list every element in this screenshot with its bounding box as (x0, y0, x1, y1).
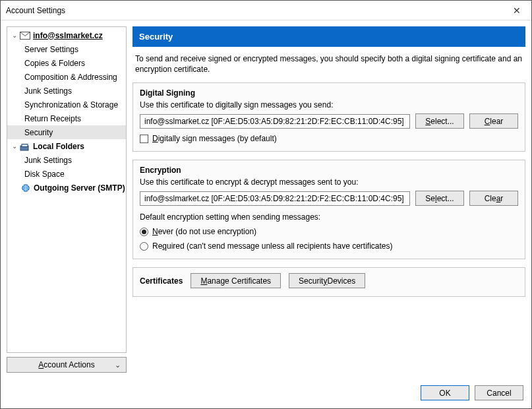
account-tree: ⌄ info@sslmarket.cz Server Settings Copi… (7, 26, 127, 353)
certificates-label: Certificates (140, 276, 183, 286)
radio-required[interactable] (140, 242, 148, 251)
signing-cert-field[interactable]: info@sslmarket.cz [0F:AE:D5:03:A5:D9:82:… (140, 114, 410, 129)
close-button[interactable]: ✕ (502, 1, 531, 20)
group-desc: Use this certificate to encrypt & decryp… (140, 177, 518, 187)
encryption-group: Encryption Use this certificate to encry… (133, 160, 525, 259)
tree-account-root[interactable]: ⌄ info@sslmarket.cz (7, 28, 126, 42)
encryption-select-button[interactable]: Select... (415, 191, 464, 206)
group-title: Digital Signing (140, 88, 518, 98)
radio-never[interactable] (140, 228, 148, 236)
tree-item-sync-storage[interactable]: Synchronization & Storage (7, 98, 126, 111)
tree-item-server-settings[interactable]: Server Settings (7, 42, 126, 56)
digital-signing-group: Digital Signing Use this certificate to … (133, 82, 525, 152)
tree-item-return-receipts[interactable]: Return Receipts (7, 111, 126, 125)
tree-label: Junk Settings (24, 156, 72, 165)
radio-required-label[interactable]: Required (can't send message unless all … (152, 241, 393, 251)
tree-label: Server Settings (24, 45, 78, 54)
account-actions-label: Account Actions (38, 360, 94, 369)
tree-label: Composition & Addressing (24, 73, 117, 82)
radio-never-label[interactable]: Never (do not use encryption) (152, 227, 256, 236)
tree-label: Disk Space (24, 170, 65, 179)
mail-icon (20, 31, 30, 40)
tree-label: info@sslmarket.cz (33, 31, 103, 40)
twisty-icon[interactable]: ⌄ (11, 142, 17, 150)
encryption-cert-field[interactable]: info@sslmarket.cz [0F:AE:D5:03:A5:D9:82:… (140, 191, 410, 206)
security-devices-button[interactable]: Security Devices (289, 273, 365, 288)
sidebar-panel: ⌄ info@sslmarket.cz Server Settings Copi… (7, 26, 127, 373)
ok-button[interactable]: OK (421, 385, 469, 400)
encryption-clear-button[interactable]: Clear (469, 191, 518, 206)
close-icon: ✕ (513, 5, 521, 16)
sign-by-default-label[interactable]: Digitally sign messages (by default) (152, 134, 277, 143)
tree-item-security[interactable]: Security (7, 125, 126, 139)
sign-by-default-checkbox[interactable] (140, 135, 148, 143)
tree-label: Security (24, 128, 53, 137)
smtp-icon (20, 183, 31, 193)
certificates-group: Certificates Manage Certificates Securit… (133, 267, 525, 297)
tree-item-disk-space[interactable]: Disk Space (7, 167, 126, 181)
group-desc: Use this certificate to digitally sign m… (140, 100, 518, 110)
tree-label: Copies & Folders (24, 59, 85, 68)
tree-item-outgoing-smtp[interactable]: Outgoing Server (SMTP) (7, 181, 126, 195)
dialog-footer: OK Cancel (1, 379, 531, 408)
tree-label: Outgoing Server (SMTP) (34, 183, 125, 193)
tree-label: Local Folders (33, 142, 84, 151)
window-title: Account Settings (6, 6, 502, 15)
account-actions-button[interactable]: Account Actions ⌄ (7, 357, 127, 373)
tree-item-junk-settings[interactable]: Junk Settings (7, 84, 126, 98)
intro-text: To send and receive signed or encrypted … (133, 47, 525, 82)
svg-rect-2 (22, 144, 28, 146)
cancel-button[interactable]: Cancel (475, 385, 523, 400)
chevron-down-icon: ⌄ (115, 361, 121, 369)
main-panel: Security To send and receive signed or e… (133, 26, 525, 373)
tree-item-junk-settings-local[interactable]: Junk Settings (7, 153, 126, 167)
folder-icon (20, 142, 30, 151)
group-title: Encryption (140, 166, 518, 175)
tree-label: Return Receipts (24, 114, 81, 123)
signing-select-button[interactable]: Select... (415, 113, 464, 129)
tree-local-folders-root[interactable]: ⌄ Local Folders (7, 139, 126, 153)
twisty-icon[interactable]: ⌄ (11, 32, 17, 39)
tree-item-composition-addressing[interactable]: Composition & Addressing (7, 70, 126, 84)
tree-item-copies-folders[interactable]: Copies & Folders (7, 56, 126, 70)
signing-clear-button[interactable]: Clear (469, 113, 518, 129)
tree-label: Junk Settings (24, 86, 72, 96)
page-header: Security (133, 26, 525, 47)
title-bar: Account Settings ✕ (1, 1, 531, 20)
encryption-subhead: Default encryption setting when sending … (140, 212, 518, 222)
dialog-body: ⌄ info@sslmarket.cz Server Settings Copi… (1, 20, 531, 379)
manage-certificates-button[interactable]: Manage Certificates (191, 273, 281, 288)
tree-label: Synchronization & Storage (24, 100, 118, 110)
